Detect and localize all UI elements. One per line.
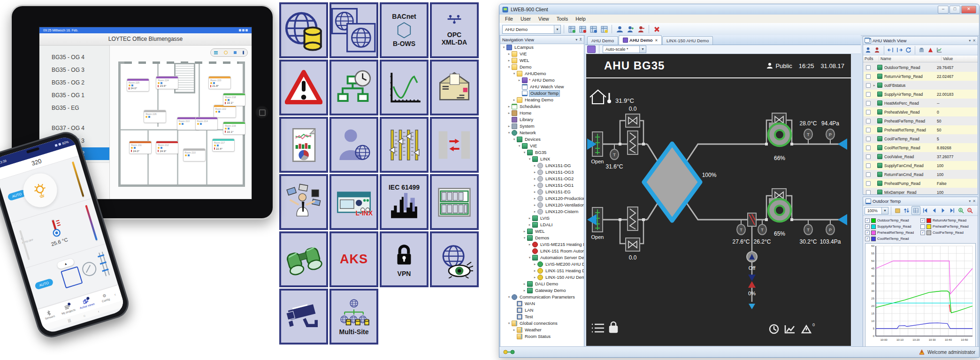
poll-checkbox[interactable] <box>866 172 871 177</box>
tree-item-lvis[interactable]: ▸LVIS <box>500 215 584 222</box>
poll-checkbox[interactable] <box>866 101 871 106</box>
poll-checkbox[interactable] <box>866 128 871 132</box>
view-selector-combo[interactable]: AHU Demo▼ <box>502 25 561 34</box>
supply-bypass-valve[interactable] <box>626 114 640 127</box>
graphic-view-icon[interactable] <box>587 46 596 53</box>
tree-item-lan[interactable]: LAN <box>500 307 584 314</box>
chart-icon[interactable] <box>935 46 943 54</box>
menu-tools[interactable]: Tools <box>553 15 572 23</box>
watch-row-preheatpump-read[interactable]: PreheatPump_ReadFalse <box>864 179 977 188</box>
pin-icon[interactable]: ⊼ <box>579 38 582 42</box>
chevron-down-icon[interactable]: ▾ <box>969 38 971 43</box>
tree-item-demo[interactable]: ▾Demo <box>500 64 584 70</box>
menu-icon[interactable] <box>592 324 604 332</box>
room-card-room-217[interactable]: Room 21722.4° <box>212 138 235 152</box>
tree-item-home[interactable]: ▸Home <box>500 110 584 116</box>
menu-help[interactable]: Help <box>572 15 590 23</box>
sidebar-item-bg35-eg[interactable]: BG35 - EG <box>39 102 109 115</box>
tree-item-system[interactable]: ▸System <box>500 123 584 130</box>
alarm-icon[interactable] <box>802 326 811 333</box>
legend-checkbox[interactable]: ✓ <box>920 230 925 235</box>
chevron-down-icon[interactable]: ▾ <box>969 199 971 203</box>
tab-linx-150-ahu-demo-2[interactable]: LINX-150 AHU Demo <box>662 36 713 45</box>
tree-item-linx-151-heating-demo[interactable]: ▸LINX-151 Heating Demo <box>500 268 584 274</box>
tree-item-bg35[interactable]: ▾BG35 <box>500 149 584 156</box>
room-card-room-214[interactable]: Room 214 <box>195 117 218 130</box>
tree-item-test[interactable]: Test <box>500 314 584 320</box>
alarm-ack-icon[interactable] <box>926 46 934 54</box>
watch-row-preheatrettemp-read[interactable]: PreheatRetTemp_Read50 <box>864 125 977 134</box>
thermometer-icon[interactable] <box>243 51 244 54</box>
tab-ahu-demo-0[interactable]: AHU Demo <box>587 36 618 45</box>
nav-item-config[interactable]: ⚙Config <box>94 291 115 304</box>
watch-row-outdoortemp-read[interactable]: OutdoorTemp_Read29.76457 <box>864 63 977 72</box>
sidebar-item-bg35-og-4[interactable]: BG35 - OG 4 <box>39 51 109 64</box>
menu-file[interactable]: File <box>501 15 517 23</box>
poll-checkbox[interactable] <box>866 119 871 123</box>
tree-item-weather[interactable]: ▸Weather <box>500 327 584 333</box>
return-heat-exchanger[interactable] <box>628 207 638 230</box>
close-icon[interactable]: ✕ <box>972 199 976 203</box>
return-bypass-valve[interactable] <box>626 238 640 251</box>
legend-preheatfwtemp-read[interactable]: PreheatFwTemp_Read <box>920 223 976 230</box>
tree-item-global-connections[interactable]: ▾Global connections <box>500 320 584 327</box>
nav-item-my-projects[interactable]: My projects <box>57 302 78 316</box>
exhaust-temp-sensor[interactable]: T <box>804 224 812 235</box>
supply-heat-exchanger[interactable] <box>628 131 638 154</box>
heating-pump[interactable] <box>747 252 757 262</box>
clock-icon[interactable] <box>770 325 778 333</box>
tab-ahu-demo-1[interactable]: AHU Demo× <box>619 35 662 45</box>
blinds-position[interactable] <box>61 266 83 288</box>
tree-item-dali-demo[interactable]: ▸DALI Demo <box>500 281 584 287</box>
legend-checkbox[interactable]: ✓ <box>865 237 870 241</box>
supply-temp-sensor[interactable]: T <box>804 129 812 139</box>
view-new-icon[interactable] <box>567 24 576 34</box>
zoom-out-icon[interactable] <box>966 207 974 214</box>
chevron-down-icon[interactable]: ▾ <box>575 38 577 42</box>
room-card-room-225[interactable]: Room 22524.0° <box>127 78 149 92</box>
legend-coolrettemp-read[interactable]: ✓CoolRetTemp_Read <box>865 236 920 242</box>
tree-item-linx151-dg[interactable]: ▸LINX151-DG <box>500 162 584 169</box>
tree-item-linx-150-ahu-demo[interactable]: ▸LINX-150 AHU Demo <box>500 274 584 281</box>
legend-checkbox[interactable]: ✓ <box>865 218 870 223</box>
tree-item-linx[interactable]: ▾LINX <box>500 156 584 162</box>
poll-checkbox[interactable] <box>866 92 871 97</box>
legend-coolfwtemp-read[interactable]: ✓CoolFwTemp_Read <box>920 230 976 236</box>
sidebar-item-bg35-og-2[interactable]: BG35 - OG 2 <box>39 77 109 89</box>
tree-item-linx120-production[interactable]: ▸LINX120-Production <box>500 195 584 202</box>
tree-item-ldali[interactable]: ▸LDALI <box>500 222 584 228</box>
sidebar-item-bg35-og-1[interactable]: BG35 - OG 1 <box>39 89 109 102</box>
refresh-icon[interactable] <box>904 46 912 54</box>
tree-item-vie[interactable]: ▾VIE <box>500 143 584 149</box>
expand-all-icon[interactable] <box>896 46 903 54</box>
return-fan[interactable] <box>768 198 791 222</box>
tree-item-lvis-me200-ahu-demo[interactable]: ▸LVIS-ME200 AHU Demo <box>500 261 584 268</box>
exhaust-pressure-sensor[interactable]: P <box>826 224 835 235</box>
nav-item-active-views[interactable]: Active views <box>76 296 97 310</box>
tree-item-linx120-ventilation[interactable]: ▸LINX120-Ventilation <box>500 202 584 208</box>
tree-item-automation-server-demo[interactable]: ▾Automation Server Demo <box>500 254 584 261</box>
tree-item-room-status[interactable]: Room Status <box>500 333 584 340</box>
room-card-room-224[interactable]: Room 22423.6° <box>156 76 178 89</box>
list-icon[interactable] <box>214 51 218 54</box>
sidebar-item-bg35-og-3[interactable]: BG35 - OG 3 <box>39 64 109 77</box>
trend-chart[interactable]: 05101520253035404550556010:0010:1010:201… <box>865 243 976 347</box>
tree-item-linx151-og3[interactable]: ▸LINX151-OG3 <box>500 169 584 176</box>
tree-item-network[interactable]: ▾Network <box>500 130 584 136</box>
poll-checkbox[interactable] <box>866 181 871 186</box>
legend-checkbox[interactable]: ✓ <box>920 218 925 223</box>
watch-row-coolrettemp-read[interactable]: CoolRetTemp_Read8.89268 <box>864 143 977 152</box>
tree-item-ahu-demo[interactable]: ▸*AHU Demo <box>500 77 584 84</box>
tree-item-vie[interactable]: ▸VIE <box>500 51 584 57</box>
tree-item-demos[interactable]: ▾Demos <box>500 235 584 241</box>
blinds-rotate-dial[interactable] <box>80 260 98 277</box>
poll-checkbox[interactable] <box>866 146 871 150</box>
tree-item-linx120-cistern[interactable]: ▸LINX120-Cistern <box>500 208 584 215</box>
tree-item-wel[interactable]: ▸WEL <box>500 228 584 235</box>
watch-row-preheatvalve-read[interactable]: PreheatValve_Read0 <box>864 107 977 116</box>
watch-row-returnfancmd-read[interactable]: ReturnFanCmd_Read100 <box>864 170 977 179</box>
add-datapoint-icon[interactable] <box>865 46 873 54</box>
tree-item-linx151-og1[interactable]: ▸LINX151-OG1 <box>500 182 584 189</box>
heating-valve[interactable] <box>748 275 756 288</box>
watch-row-heatmixperc-read[interactable]: HeatMixPerc_Read-- <box>864 99 977 107</box>
